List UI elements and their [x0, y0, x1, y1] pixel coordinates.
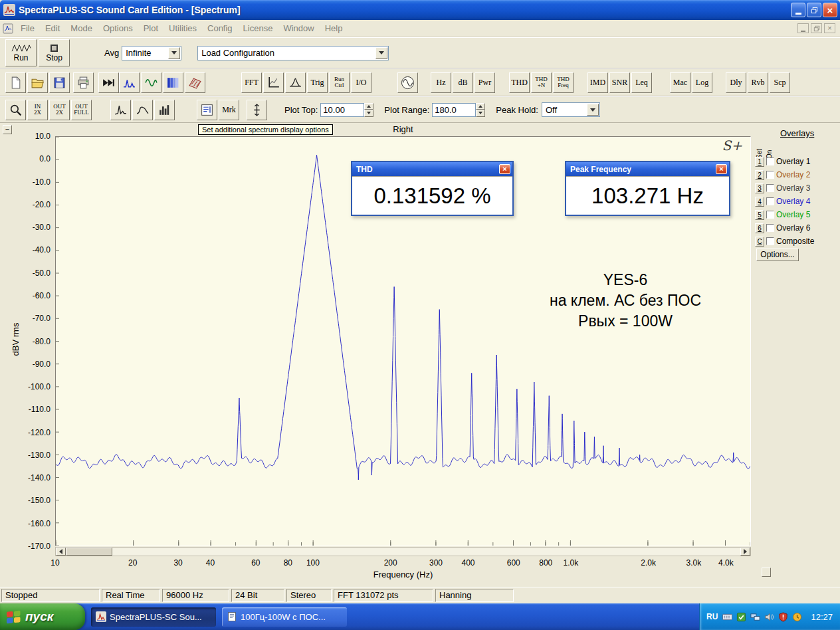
frequency-units-button[interactable]: Hz	[431, 72, 451, 93]
scheduler-icon[interactable]	[736, 612, 746, 622]
save-file-button[interactable]	[49, 72, 70, 93]
logging-button[interactable]: Log	[692, 72, 712, 93]
imd-button[interactable]: IMD	[587, 72, 608, 93]
antivirus-icon[interactable]	[778, 612, 788, 622]
trigger-button[interactable]: Trig	[307, 72, 328, 93]
overlay-6-set-button[interactable]: 6	[755, 223, 764, 233]
menu-item-license[interactable]: License	[238, 21, 278, 35]
menu-item-options[interactable]: Options	[98, 21, 138, 35]
start-button[interactable]: пуск	[0, 603, 85, 630]
load-configuration-dropdown-arrow[interactable]	[375, 47, 387, 59]
thd-close-button[interactable]: ×	[499, 164, 510, 174]
mdi-restore-button[interactable]	[811, 23, 822, 33]
overlay-C-checkbox[interactable]	[766, 237, 774, 245]
reverb-button[interactable]: Rvb	[748, 72, 768, 93]
phase-view-button[interactable]	[285, 72, 306, 93]
fast-forward-button[interactable]	[98, 72, 119, 93]
volume-icon[interactable]	[764, 612, 774, 622]
menu-item-file[interactable]: File	[15, 21, 40, 35]
open-file-button[interactable]	[27, 72, 48, 93]
signal-generator-button[interactable]	[397, 72, 418, 93]
zoom-out-full-button[interactable]: OUTFULL	[71, 100, 92, 120]
spectrum-view-button[interactable]	[119, 72, 140, 93]
stop-button[interactable]: Stop	[39, 39, 70, 66]
narrowband-plot-button[interactable]	[110, 100, 131, 120]
plot-range-input[interactable]	[432, 103, 476, 117]
scrollbar-thumb[interactable]	[66, 548, 112, 556]
plot-top-input[interactable]	[320, 103, 364, 117]
menu-item-utilities[interactable]: Utilities	[163, 21, 202, 35]
overlay-4-set-button[interactable]: 4	[755, 197, 764, 207]
menu-item-plot[interactable]: Plot	[138, 21, 163, 35]
decibel-units-button[interactable]: dB	[453, 72, 473, 93]
thd-plus-n-button[interactable]: THD+N	[531, 72, 552, 93]
overlay-1-set-button[interactable]: 1	[755, 157, 764, 167]
snr-button[interactable]: SNR	[609, 72, 630, 93]
overlay-6-checkbox[interactable]	[766, 224, 774, 232]
power-units-button[interactable]: Pwr	[474, 72, 495, 93]
thd-window-titlebar[interactable]: THD ×	[352, 162, 512, 176]
restore-button[interactable]	[807, 3, 821, 17]
taskbar-task-0[interactable]: SpectraPLUS-SC Sou...	[91, 607, 216, 627]
minimize-button[interactable]	[791, 3, 805, 17]
overlay-3-checkbox[interactable]	[766, 184, 774, 192]
spectrogram-view-button[interactable]	[163, 72, 183, 93]
octave-plot-button[interactable]	[132, 100, 153, 120]
delay-button[interactable]: Dly	[726, 72, 746, 93]
language-indicator[interactable]: RU	[706, 612, 718, 621]
keyboard-icon[interactable]	[722, 612, 732, 622]
overlays-options-button[interactable]: Options...	[756, 249, 799, 261]
titlebar[interactable]: SpectraPLUS-SC Sound Card Edition - [Spe…	[0, 0, 840, 20]
new-file-button[interactable]	[5, 72, 26, 93]
surface-view-button[interactable]	[185, 72, 205, 93]
peak-hold-dropdown-arrow[interactable]	[587, 104, 599, 116]
leq-button[interactable]: Leq	[631, 72, 652, 93]
thd-freq-button[interactable]: THDFreq	[553, 72, 574, 93]
fft-settings-button[interactable]: FFT	[241, 72, 262, 93]
menu-item-edit[interactable]: Edit	[40, 21, 65, 35]
close-button[interactable]: ×	[823, 3, 837, 17]
peak-frequency-close-button[interactable]: ×	[716, 164, 727, 174]
mdi-close-button[interactable]: ×	[824, 23, 835, 33]
plot-top-spinner[interactable]	[364, 103, 373, 117]
display-options-button[interactable]	[197, 100, 217, 120]
scroll-left-button[interactable]	[56, 548, 66, 556]
load-configuration-select[interactable]: Load Configuration	[197, 46, 389, 60]
overlay-5-checkbox[interactable]	[766, 211, 774, 219]
scrollbar-track[interactable]	[112, 548, 740, 556]
zoom-out-2x-button[interactable]: OUT2X	[49, 100, 70, 120]
menu-item-mode[interactable]: Mode	[65, 21, 98, 35]
scaling-button[interactable]	[263, 72, 284, 93]
mdi-minimize-button[interactable]	[797, 23, 809, 33]
zoom-button[interactable]	[5, 100, 26, 120]
overlay-4-checkbox[interactable]	[766, 197, 774, 205]
averaging-select[interactable]: Infinite	[122, 46, 181, 60]
menu-item-help[interactable]: Help	[320, 21, 348, 35]
zoom-in-2x-button[interactable]: IN2X	[27, 100, 48, 120]
menu-item-config[interactable]: Config	[202, 21, 238, 35]
overlay-3-set-button[interactable]: 3	[755, 183, 764, 193]
overlay-5-set-button[interactable]: 5	[755, 210, 764, 220]
scroll-right-button[interactable]	[740, 548, 750, 556]
scope-button[interactable]: Scp	[770, 72, 790, 93]
print-button[interactable]	[73, 72, 94, 93]
network-icon[interactable]	[750, 612, 760, 622]
updates-icon[interactable]	[792, 612, 802, 622]
thd-button[interactable]: THD	[509, 72, 530, 93]
macro-button[interactable]: Mac	[670, 72, 690, 93]
overlay-1-checkbox[interactable]	[766, 158, 774, 165]
plot-range-spinner[interactable]	[476, 103, 485, 117]
io-device-button[interactable]: I/O	[351, 72, 371, 93]
run-control-button[interactable]: RunCtrl	[329, 72, 350, 93]
overlay-2-set-button[interactable]: 2	[755, 170, 764, 180]
amplitude-scale-button[interactable]	[247, 100, 267, 120]
markers-button[interactable]: Mrk	[219, 100, 239, 120]
overlay-2-checkbox[interactable]	[766, 171, 774, 179]
averaging-dropdown-arrow[interactable]	[168, 47, 180, 59]
peak-frequency-titlebar[interactable]: Peak Frequency ×	[566, 162, 729, 176]
time-series-view-button[interactable]	[141, 72, 161, 93]
plot-corner-button[interactable]	[762, 568, 771, 577]
bar-plot-button[interactable]	[154, 100, 175, 120]
taskbar-task-1[interactable]: 100Гц-100W с ПОС...	[222, 607, 347, 627]
menu-item-window[interactable]: Window	[278, 21, 319, 35]
